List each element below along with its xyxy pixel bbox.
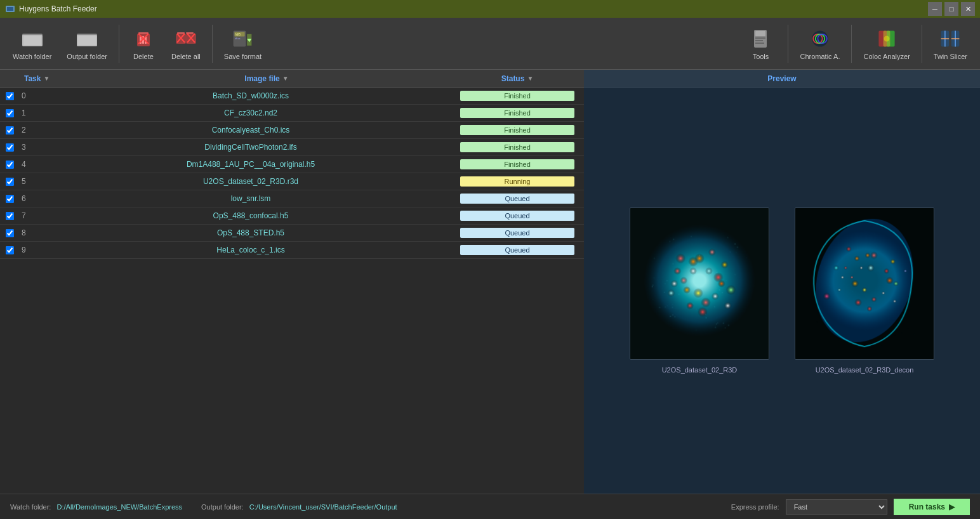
status-badge: Queued (460, 194, 574, 204)
table-row[interactable]: 9HeLa_coloc_c_1.icsQueued (0, 242, 584, 259)
table-row[interactable]: 7OpS_488_confocal.h5Queued (0, 207, 584, 225)
row-checkbox[interactable] (6, 178, 14, 186)
row-filename: U2OS_dataset_02_R3D.r3d (51, 177, 451, 186)
watch-folder-button[interactable]: Watch folder (6, 23, 58, 64)
row-checkbox[interactable] (6, 143, 14, 152)
chromatic-icon (809, 27, 831, 50)
express-profile-label: Express profile: (731, 503, 779, 511)
row-status-cell: Finished (451, 89, 584, 102)
row-filename: DividingCellTwoPhoton2.ifs (51, 143, 451, 152)
preview-header: Preview (584, 70, 980, 88)
header-status[interactable]: Status ▼ (451, 74, 584, 83)
row-checkbox[interactable] (6, 246, 14, 254)
delete-button[interactable]: Delete (124, 23, 162, 64)
delete-all-button[interactable]: Delete all (165, 23, 207, 64)
table-header: Task ▼ Image file ▼ Status ▼ (0, 70, 584, 88)
save-format-icon: hdf5 tif ics (231, 27, 254, 50)
row-checkbox[interactable] (6, 195, 14, 203)
row-checkbox[interactable] (6, 109, 14, 117)
header-image-file[interactable]: Image file ▼ (83, 74, 451, 83)
svg-rect-1 (7, 7, 13, 11)
svg-point-43 (884, 36, 890, 41)
table-row[interactable]: 1CF_cz30c2.nd2Finished (0, 105, 584, 122)
status-header-label: Status (501, 74, 525, 83)
table-row[interactable]: 3DividingCellTwoPhoton2.ifsFinished (0, 139, 584, 156)
row-checkbox-cell (0, 161, 19, 169)
svg-rect-35 (755, 43, 764, 44)
tools-button[interactable]: Tools (738, 23, 783, 64)
close-button[interactable]: ✕ (961, 2, 975, 16)
row-checkbox[interactable] (6, 229, 14, 237)
row-number: 8 (19, 228, 51, 237)
table-area: Task ▼ Image file ▼ Status ▼ 0Batch_SD_w… (0, 70, 584, 494)
coloc-analyzer-button[interactable]: Coloc Analyzer (857, 23, 916, 64)
table-row[interactable]: 8OpS_488_STED.h5Queued (0, 225, 584, 242)
preview-item-before: U2OS_dataset_02_R3D (630, 207, 769, 374)
microscopy-canvas-1 (630, 208, 769, 359)
svg-point-36 (812, 30, 828, 46)
svg-rect-33 (755, 37, 765, 39)
table-row[interactable]: 5U2OS_dataset_02_R3D.r3dRunning (0, 173, 584, 190)
preview-label-before: U2OS_dataset_02_R3D (662, 366, 738, 374)
row-checkbox[interactable] (6, 161, 14, 169)
toolbar: Watch folder Output folder (0, 18, 980, 70)
folder-output-icon (76, 27, 98, 50)
chromatic-button[interactable]: Chromatic A. (793, 23, 846, 64)
row-checkbox[interactable] (6, 92, 14, 100)
task-sort-arrow: ▼ (43, 75, 50, 82)
toolbar-separator-3 (788, 25, 788, 63)
svg-rect-10 (138, 32, 149, 34)
toolbar-separator-4 (851, 25, 852, 63)
header-task[interactable]: Task ▼ (19, 74, 83, 83)
row-checkbox[interactable] (6, 126, 14, 135)
status-badge: Finished (460, 91, 574, 101)
preview-image-after[interactable] (795, 207, 934, 360)
preview-image-before[interactable] (630, 207, 769, 360)
row-checkbox-cell (0, 143, 19, 152)
save-format-label: Save format (224, 53, 262, 60)
minimize-button[interactable]: ─ (928, 2, 942, 16)
row-number: 3 (19, 143, 51, 152)
table-row[interactable]: 2Confocalyeast_Ch0.icsFinished (0, 122, 584, 139)
row-filename: CF_cz30c2.nd2 (51, 108, 451, 117)
table-row[interactable]: 4Dm1A488_1AU_PC__04a_original.h5Finished (0, 156, 584, 173)
row-filename: Confocalyeast_Ch0.ics (51, 126, 451, 135)
watch-folder-status: Watch folder: D:/All/DemoImages_NEW/Batc… (10, 503, 182, 511)
row-status-cell: Finished (451, 107, 584, 119)
title-bar-left: Huygens Batch Feeder (5, 4, 97, 14)
save-format-button[interactable]: hdf5 tif ics Save format (218, 23, 268, 64)
table-row[interactable]: 0Batch_SD_w0000z.icsFinished (0, 88, 584, 105)
row-filename: OpS_488_STED.h5 (51, 228, 451, 237)
express-profile-select[interactable]: Fast Normal High Quality (786, 499, 887, 515)
row-number: 9 (19, 246, 51, 254)
twin-slicer-label: Twin Slicer (934, 53, 967, 60)
row-checkbox[interactable] (6, 212, 14, 220)
row-filename: Dm1A488_1AU_PC__04a_original.h5 (51, 160, 451, 169)
maximize-button[interactable]: □ (944, 2, 958, 16)
status-sort-arrow: ▼ (527, 75, 533, 82)
delete-all-icon (175, 27, 197, 50)
delete-label: Delete (133, 53, 154, 60)
table-row[interactable]: 6low_snr.lsmQueued (0, 190, 584, 207)
microscopy-canvas-2 (795, 208, 934, 359)
row-number: 7 (19, 211, 51, 220)
title-bar-controls: ─ □ ✕ (928, 2, 975, 16)
toolbar-separator-2 (212, 25, 213, 63)
image-file-header-label: Image file (244, 74, 279, 83)
twin-slicer-button[interactable]: Twin Slicer (927, 23, 974, 64)
status-badge: Queued (460, 245, 574, 255)
preview-content: U2OS_dataset_02_R3D U2OS_dataset_02_R3D_… (584, 88, 980, 494)
status-right: Express profile: Fast Normal High Qualit… (731, 499, 970, 515)
toolbar-separator-5 (922, 25, 922, 63)
output-folder-button[interactable]: Output folder (60, 23, 114, 64)
row-status-cell: Queued (451, 192, 584, 205)
table-body: 0Batch_SD_w0000z.icsFinished1CF_cz30c2.n… (0, 88, 584, 494)
svg-text:tif ics: tif ics (235, 37, 241, 39)
run-tasks-button[interactable]: Run tasks ▶ (894, 499, 970, 515)
row-status-cell: Queued (451, 244, 584, 256)
image-sort-arrow: ▼ (282, 75, 289, 82)
output-folder-status: Output folder: C:/Users/Vincent_user/SVI… (201, 503, 397, 511)
twin-slicer-icon (939, 27, 962, 50)
row-number: 5 (19, 177, 51, 186)
svg-text:hdf5: hdf5 (235, 33, 241, 36)
